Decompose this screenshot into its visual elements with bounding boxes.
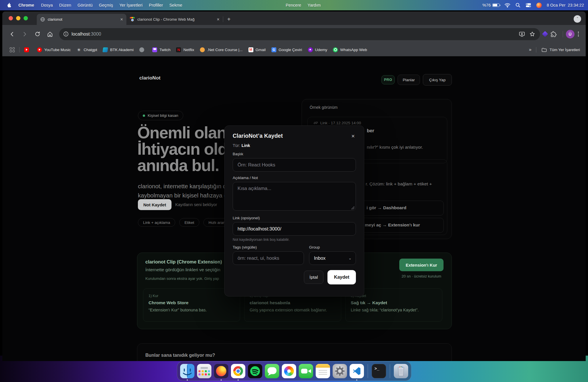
spotlight-search-icon[interactable] — [515, 3, 520, 8]
dock-finder[interactable] — [180, 364, 194, 378]
dock-launchpad[interactable] — [197, 364, 211, 378]
tab-close-icon[interactable]: × — [120, 17, 123, 22]
dock-notes[interactable] — [316, 364, 330, 378]
cancel-button[interactable]: İptal — [304, 271, 323, 284]
menubar-item-gecmis[interactable]: Geçmiş — [96, 3, 116, 7]
menubar-item-chrome[interactable]: Chrome — [15, 3, 38, 7]
bookmarks-divider — [536, 47, 536, 53]
menubar-item-pencere[interactable]: Pencere — [283, 3, 304, 7]
siri-icon[interactable] — [536, 3, 542, 8]
bookmark-chatgpt[interactable]: Chatgpt — [74, 47, 100, 52]
link-input[interactable] — [233, 222, 356, 236]
dock-settings[interactable] — [333, 364, 347, 378]
new-tab-button[interactable]: + — [223, 16, 235, 23]
all-bookmarks-button[interactable]: Tüm Yer İşaretleri — [538, 47, 581, 52]
control-center-icon[interactable] — [525, 3, 531, 8]
save-button[interactable]: Kaydet — [327, 270, 356, 284]
dock-chrome[interactable] — [231, 364, 245, 378]
bookmark-whatsapp-web[interactable]: WhatsApp Web — [330, 47, 370, 52]
title-input[interactable] — [233, 158, 356, 172]
reload-button[interactable] — [31, 28, 44, 40]
bookmark-netflix[interactable]: Netflix — [173, 47, 197, 52]
tab-search-chevron[interactable]: ˇ — [574, 15, 581, 23]
vscode-icon — [350, 364, 364, 378]
bookmark-udemy[interactable]: Udemy — [305, 47, 330, 52]
extensions-menu-button[interactable] — [547, 28, 560, 40]
modal-title: ClarioNot’a Kaydet — [233, 133, 283, 139]
wifi-icon[interactable] — [504, 3, 510, 8]
back-button[interactable] — [6, 28, 18, 40]
apps-shortcut[interactable] — [7, 47, 18, 52]
bookmark-youtube[interactable] — [21, 47, 34, 52]
site-info-icon[interactable] — [63, 31, 69, 37]
bookmark-google-translate[interactable]: Google Çeviri — [269, 47, 305, 52]
dock-messages[interactable] — [265, 364, 279, 378]
dock-trash[interactable] — [394, 364, 408, 378]
bookmarks-overflow-button[interactable]: » — [526, 47, 534, 52]
feature-chips: Link + açıklama Etiket Hızlı arama — [138, 218, 234, 227]
bookmark-star-icon[interactable] — [529, 31, 535, 37]
plans-button[interactable]: Planlar — [398, 75, 420, 85]
dock-firefox[interactable] — [214, 364, 228, 378]
modal-close-icon[interactable]: × — [350, 133, 356, 139]
url-text: localhost:3000 — [72, 32, 519, 37]
menubar-item-profiller[interactable]: Profiller — [146, 3, 166, 7]
install-extension-button[interactable]: Extension'ı Kur — [399, 259, 444, 271]
running-indicator — [221, 379, 222, 381]
bookmark-github[interactable] — [136, 47, 149, 52]
tab-close-icon[interactable]: × — [217, 17, 219, 22]
home-button[interactable] — [44, 28, 56, 40]
menubar-item-sekme[interactable]: Sekme — [166, 3, 185, 7]
save-modal: ClarioNot’a Kaydet × Tür:Link Başlık Açı… — [224, 125, 364, 296]
youtube-music-icon — [37, 47, 42, 52]
tab-strip: clarionot × clarionot Clip - Chrome Web … — [2, 11, 586, 25]
link-field-label: Link (opsiyonel) — [233, 216, 356, 220]
browser-menu-button[interactable] — [574, 32, 583, 36]
battery-percent: %76 — [482, 3, 491, 7]
menubar-item-dosya[interactable]: Dosya — [38, 3, 56, 7]
dock-photos[interactable] — [282, 364, 296, 378]
profile-avatar[interactable]: Ü — [566, 30, 574, 38]
battery-indicator[interactable]: %76 — [482, 3, 500, 7]
install-pwa-icon[interactable] — [519, 31, 525, 37]
apple-menu[interactable] — [4, 3, 15, 8]
dock-separator — [368, 364, 368, 378]
menubar-clock[interactable]: 8 Oca Per 23:34:22 — [547, 3, 584, 7]
site-brand[interactable]: clarioNot — [139, 75, 161, 81]
description-area-wrap — [233, 182, 356, 212]
chrome-webstore-favicon — [130, 17, 135, 22]
zoom-window-button[interactable] — [24, 16, 28, 20]
install-note: 20 sn · ücretsiz kurulum — [397, 274, 446, 278]
tab-webstore[interactable]: clarionot Clip - Chrome Web Mağ × — [126, 14, 223, 25]
dock-terminal[interactable]: >_ — [372, 364, 386, 378]
group-select[interactable]: Inbox ⌄ — [309, 251, 356, 265]
link-hint: Not kaydediyorsan link boş kalabilir. — [233, 238, 356, 242]
menubar-item-duzen[interactable]: Düzen — [56, 3, 74, 7]
btk-akademi-icon — [103, 47, 108, 52]
minimize-window-button[interactable] — [16, 16, 20, 20]
footer-heading: Bunlar sana tanıdık geliyor mu? — [145, 353, 215, 358]
forward-button[interactable] — [18, 28, 31, 40]
description-textarea[interactable] — [233, 182, 356, 211]
dock-vscode[interactable] — [350, 364, 364, 378]
bookmark-youtube-music[interactable]: YouTube Music — [34, 47, 74, 52]
tags-input[interactable] — [233, 251, 304, 265]
dock-facetime[interactable] — [299, 364, 313, 378]
save-note-button[interactable]: Not Kaydet — [138, 199, 171, 210]
tab-clarionot[interactable]: clarionot × — [37, 14, 126, 25]
finder-icon — [180, 364, 194, 378]
bookmark-net-core-course[interactable]: .Net Core Course |... — [197, 47, 246, 52]
bookmark-gmail[interactable]: Gmail — [246, 47, 269, 52]
logout-button[interactable]: Çıkış Yap — [423, 74, 452, 86]
close-window-button[interactable] — [9, 16, 13, 20]
dock-spotify[interactable] — [248, 364, 262, 378]
menubar-item-yardim[interactable]: Yardım — [304, 3, 324, 7]
preview-meta: Link · 17.12.2025 14:00 — [314, 121, 361, 125]
address-bar[interactable]: localhost:3000 — [59, 28, 540, 40]
menubar-item-goruntu[interactable]: Görüntü — [74, 3, 96, 7]
bookmark-btk-akademi[interactable]: BTK Akademi — [100, 47, 136, 52]
home-icon — [47, 31, 53, 37]
menubar-item-yer-isaretleri[interactable]: Yer İşaretleri — [116, 3, 146, 7]
terminal-icon: >_ — [372, 364, 386, 378]
bookmark-twitch[interactable]: Twitch — [149, 47, 173, 52]
